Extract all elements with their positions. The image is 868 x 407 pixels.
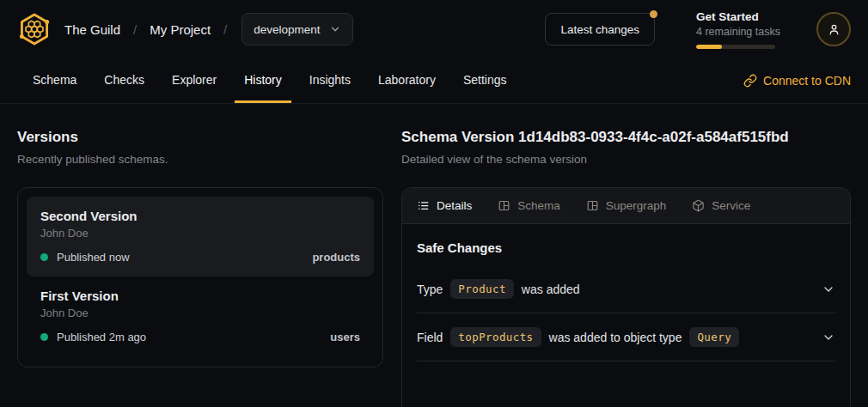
published-status-dot (40, 333, 48, 341)
main-nav: SchemaChecksExplorerHistoryInsightsLabor… (0, 58, 868, 104)
detail-body: Safe Changes TypeProductwas addedFieldto… (402, 224, 850, 361)
breadcrumb: The Guild / My Project / development (17, 12, 353, 46)
connect-cdn-label: Connect to CDN (763, 74, 851, 88)
get-started-widget[interactable]: Get Started 4 remaining tasks (696, 9, 775, 49)
change-text: Type (417, 282, 443, 296)
change-text: Field (417, 331, 443, 344)
published-status-dot (40, 253, 48, 261)
latest-changes-label: Latest changes (560, 23, 639, 36)
published-time: Published now (57, 251, 130, 264)
version-item[interactable]: First VersionJohn DoePublished 2m agouse… (27, 276, 374, 356)
tab-settings[interactable]: Settings (454, 58, 517, 103)
detail-tab-label: Details (437, 199, 472, 212)
environment-selector[interactable]: development (241, 13, 352, 46)
detail-tab-label: Service (712, 199, 750, 212)
detail-tab-label: Supergraph (606, 199, 667, 212)
tab-checks[interactable]: Checks (95, 58, 154, 103)
schema-version-card: DetailsSchemaSupergraphService Safe Chan… (401, 187, 851, 407)
versions-subtitle: Recently published schemas. (17, 152, 383, 167)
avatar[interactable] (816, 12, 851, 46)
breadcrumb-separator: / (133, 22, 137, 37)
schema-version-subtitle: Detailed view of the schema version (401, 152, 851, 167)
panels-icon (498, 199, 510, 212)
chevron-down-icon (329, 23, 341, 35)
notification-dot (650, 10, 657, 18)
change-row[interactable]: TypeProductwas added (417, 265, 835, 313)
tab-history[interactable]: History (235, 58, 291, 103)
org-name[interactable]: The Guild (64, 22, 120, 37)
version-item[interactable]: Second VersionJohn DoePublished nowprodu… (27, 197, 374, 276)
panels-icon (586, 199, 599, 212)
versions-panel: Versions Recently published schemas. Sec… (17, 128, 383, 407)
get-started-title: Get Started (696, 9, 775, 24)
app-header: The Guild / My Project / development Lat… (0, 0, 868, 58)
connect-cdn-link[interactable]: Connect to CDN (743, 58, 851, 103)
get-started-progressbar (696, 45, 775, 49)
version-meta: Published 2m agousers (40, 331, 360, 343)
app-root: The Guild / My Project / development Lat… (0, 0, 868, 407)
changes-list: TypeProductwas addedFieldtopProductswas … (417, 265, 835, 361)
published-time: Published 2m ago (57, 331, 146, 343)
versions-title: Versions (17, 128, 383, 146)
chevron-down-icon (822, 331, 835, 344)
user-icon (827, 22, 841, 37)
change-row[interactable]: FieldtopProductswas added to object type… (417, 313, 835, 361)
tab-insights[interactable]: Insights (300, 58, 360, 103)
change-code-badge: Query (689, 327, 739, 347)
list-icon (417, 199, 430, 212)
hive-logo-icon (17, 12, 52, 46)
latest-changes-button[interactable]: Latest changes (545, 13, 655, 46)
project-name[interactable]: My Project (150, 22, 211, 37)
get-started-subtitle: 4 remaining tasks (696, 25, 775, 39)
get-started-progress-fill (696, 45, 722, 49)
version-author: John Doe (40, 227, 360, 240)
service-name: products (312, 251, 360, 264)
safe-changes-title: Safe Changes (417, 240, 835, 255)
detail-tab-service[interactable]: Service (692, 199, 750, 212)
detail-tab-label: Schema (517, 199, 560, 212)
detail-tabs: DetailsSchemaSupergraphService (402, 188, 850, 224)
chevron-down-icon (822, 282, 835, 296)
tab-explorer[interactable]: Explorer (162, 58, 226, 103)
detail-tab-details[interactable]: Details (417, 199, 472, 212)
breadcrumb-separator: / (223, 22, 227, 37)
detail-tab-schema[interactable]: Schema (498, 199, 560, 212)
tab-laboratory[interactable]: Laboratory (369, 58, 445, 103)
detail-tab-supergraph[interactable]: Supergraph (586, 199, 667, 212)
environment-selector-value: development (254, 23, 320, 36)
change-code-badge: Product (450, 279, 513, 299)
version-meta: Published nowproducts (40, 251, 360, 264)
versions-card: Second VersionJohn DoePublished nowprodu… (17, 187, 383, 368)
link-icon (743, 74, 757, 88)
schema-version-panel: Schema Version 1d14db83-0933-4f4c-a02f-a… (401, 128, 851, 407)
version-name: Second Version (40, 208, 360, 224)
change-text: was added to object type (549, 331, 682, 344)
service-name: users (330, 331, 360, 343)
schema-version-title: Schema Version 1d14db83-0933-4f4c-a02f-a… (401, 128, 851, 146)
version-author: John Doe (40, 307, 360, 319)
content: Versions Recently published schemas. Sec… (0, 104, 868, 407)
header-actions: Latest changes Get Started 4 remaining t… (545, 9, 851, 49)
change-code-badge: topProducts (450, 327, 541, 347)
tab-schema[interactable]: Schema (23, 58, 86, 103)
version-name: First Version (40, 288, 360, 304)
change-text: was added (522, 282, 580, 296)
cube-icon (692, 199, 705, 212)
